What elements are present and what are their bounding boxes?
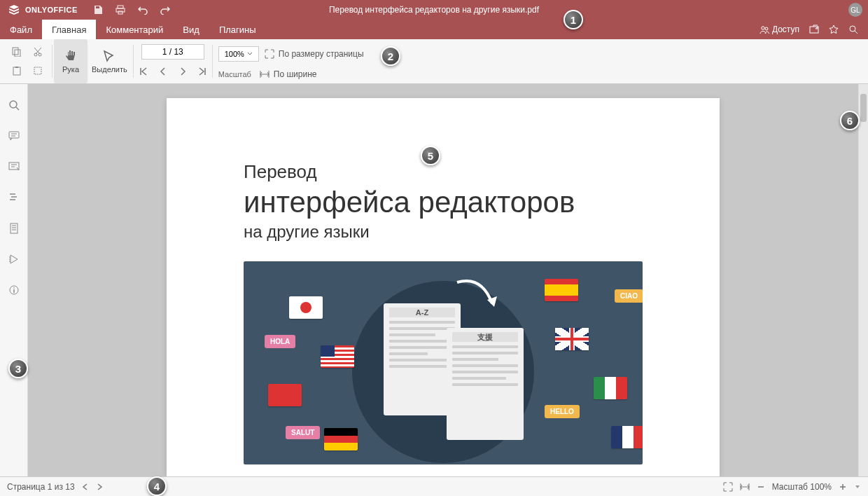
- sidebar-comments-icon[interactable]: [6, 128, 22, 144]
- tab-home[interactable]: Главная: [42, 20, 96, 39]
- svg-rect-11: [13, 67, 20, 75]
- logo: ONLYOFFICE: [0, 4, 86, 15]
- fit-page-button[interactable]: По размеру страницы: [265, 49, 364, 59]
- svg-rect-13: [34, 67, 41, 74]
- tab-view[interactable]: Вид: [173, 20, 209, 39]
- svg-point-3: [762, 27, 764, 29]
- tab-plugins[interactable]: Плагины: [209, 20, 266, 39]
- content-area: Перевод интерфейса редакторов на другие …: [0, 84, 868, 476]
- svg-point-14: [10, 101, 17, 108]
- quick-access-toolbar: [86, 5, 177, 15]
- user-avatar[interactable]: GL: [848, 3, 862, 17]
- status-scroll-down[interactable]: [854, 483, 861, 490]
- sidebar-feedback-icon[interactable]: [6, 251, 22, 268]
- sidebar-chat-icon[interactable]: [6, 158, 22, 175]
- status-zoom-out[interactable]: [757, 483, 765, 491]
- prev-page-button[interactable]: [159, 66, 167, 78]
- illustration: A-Z 支援: [244, 261, 643, 464]
- last-page-button[interactable]: [198, 66, 206, 78]
- print-button[interactable]: [115, 5, 125, 15]
- status-prev-page[interactable]: [82, 483, 89, 490]
- sidebar-navigation-icon[interactable]: [6, 189, 22, 206]
- search-button[interactable]: [848, 25, 858, 34]
- hand-tool-button[interactable]: Рука: [54, 39, 88, 83]
- annotation-marker-2: 2: [381, 46, 400, 66]
- share-button[interactable]: Доступ: [760, 25, 799, 34]
- select-tool-button[interactable]: Выделить: [88, 39, 132, 83]
- status-next-page[interactable]: [96, 483, 103, 490]
- flag-france: [611, 426, 643, 448]
- flag-uk: [555, 328, 589, 350]
- zoom-value: 100%: [225, 50, 244, 58]
- status-page-text: Страница 1 из 13: [7, 482, 75, 492]
- zoom-label: Масштаб: [218, 70, 251, 78]
- copy-button[interactable]: [8, 43, 25, 60]
- tab-comment[interactable]: Комментарий: [96, 20, 173, 39]
- sidebar-search-icon[interactable]: [6, 97, 22, 113]
- page-number-input[interactable]: [141, 44, 204, 60]
- document-canvas[interactable]: Перевод интерфейса редакторов на другие …: [28, 84, 858, 476]
- doc-heading-line3: на другие языки: [244, 222, 643, 242]
- sidebar-about-icon[interactable]: [6, 282, 22, 298]
- menu-tabs: Файл Главная Комментарий Вид Плагины Дос…: [0, 20, 868, 39]
- app-name: ONLYOFFICE: [25, 6, 78, 14]
- flag-spain: [545, 279, 578, 301]
- fit-width-button[interactable]: По ширине: [260, 69, 317, 79]
- save-button[interactable]: [93, 5, 103, 15]
- paste-button[interactable]: [8, 62, 25, 79]
- bubble-hola: HOLA: [265, 335, 295, 348]
- flag-china: [268, 384, 302, 406]
- next-page-button[interactable]: [178, 66, 187, 78]
- share-label: Доступ: [772, 25, 799, 34]
- svg-point-19: [13, 287, 15, 289]
- favorite-button[interactable]: [829, 25, 839, 34]
- svg-rect-12: [15, 67, 18, 68]
- flag-germany: [324, 428, 358, 450]
- redo-button[interactable]: [160, 5, 170, 15]
- document-title: Перевод интерфейса редакторов на другие …: [329, 5, 539, 15]
- cut-button[interactable]: [29, 43, 46, 60]
- svg-point-4: [765, 27, 768, 30]
- sheet-az-title: A-Z: [389, 308, 455, 317]
- status-bar: Страница 1 из 13 Масштаб 100%: [0, 476, 868, 496]
- home-toolbar: Рука Выделить 100% По размеру страницы М…: [0, 39, 868, 84]
- sheet-cjk-title: 支援: [452, 332, 518, 342]
- svg-rect-7: [13, 48, 18, 55]
- hand-tool-label: Рука: [62, 65, 79, 74]
- app-logo-icon: [8, 4, 20, 15]
- zoom-dropdown[interactable]: 100%: [218, 46, 259, 62]
- fit-width-label: По ширине: [274, 69, 317, 79]
- clipboard-group: [4, 39, 50, 83]
- open-location-button[interactable]: [809, 25, 819, 34]
- svg-rect-0: [118, 6, 123, 8]
- svg-point-6: [850, 26, 855, 32]
- scroll-thumb[interactable]: [860, 94, 867, 122]
- undo-button[interactable]: [138, 5, 148, 15]
- left-sidebar: [0, 84, 28, 476]
- annotation-marker-5: 5: [421, 146, 440, 165]
- document-page: Перевод интерфейса редакторов на другие …: [167, 98, 720, 476]
- annotation-marker-6: 6: [840, 111, 860, 130]
- bubble-ciao: CIAO: [615, 289, 643, 303]
- svg-rect-15: [9, 132, 19, 138]
- flag-japan: [289, 296, 323, 319]
- status-fit-width[interactable]: [740, 482, 750, 492]
- status-fit-page[interactable]: [723, 482, 733, 492]
- status-zoom-in[interactable]: [839, 483, 847, 491]
- svg-rect-8: [15, 50, 20, 57]
- vertical-scrollbar[interactable]: [858, 84, 868, 476]
- status-zoom-text: Масштаб 100%: [772, 482, 832, 492]
- select-all-button[interactable]: [29, 62, 46, 79]
- first-page-button[interactable]: [139, 66, 148, 78]
- annotation-marker-3: 3: [8, 359, 28, 378]
- select-tool-label: Выделить: [92, 65, 127, 74]
- annotation-marker-4: 4: [147, 476, 167, 496]
- bubble-salut: SALUT: [286, 426, 320, 439]
- title-bar: ONLYOFFICE Перевод интерфейса редакторов…: [0, 0, 868, 20]
- sidebar-thumbnails-icon[interactable]: [6, 220, 22, 237]
- tab-file[interactable]: Файл: [0, 20, 42, 39]
- flag-italy: [594, 377, 627, 399]
- doc-heading-line1: Перевод: [244, 161, 643, 183]
- fit-page-label: По размеру страницы: [279, 49, 364, 59]
- flag-usa: [321, 345, 354, 368]
